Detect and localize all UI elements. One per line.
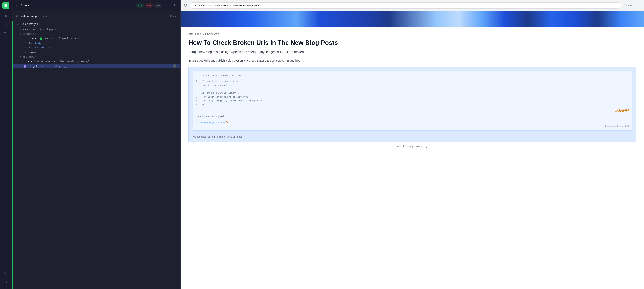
file-icon: ▣ <box>16 15 18 18</box>
image-caption: A broken image in my blog <box>188 145 636 148</box>
blog-image-container: We can check a single element's exact te… <box>188 67 636 142</box>
tb-line-num-2: 1 <box>28 65 31 67</box>
dropdown-button[interactable]: ▾ <box>163 3 169 9</box>
code-line-2[interactable]: 2 its .body <box>12 41 180 45</box>
code-content-1: GET 200 /blog/sitemap.xml <box>44 37 82 40</box>
result-count-badge: 4 <box>172 64 176 68</box>
test-body-line-2[interactable]: ⬤ 1 get .article-entry img 4 <box>12 64 180 68</box>
test-item[interactable]: ✓ checks each recent blog post <box>12 27 180 32</box>
blog-content: DEC 3 2024 · PRODUCTS How To Check Broke… <box>180 27 644 289</box>
broken-img-icon: ☐ <box>196 121 198 124</box>
browser-name-text: Electron 11 <box>628 4 641 7</box>
test-body-chevron: ▼ <box>20 56 22 58</box>
code-img-line-1: 1 // import cypress-map plugin <box>196 79 629 83</box>
dashboard-icon[interactable]: ⊞ <box>2 21 10 28</box>
url-text: http://localhost:4000/blog/check-urls-in… <box>193 4 260 7</box>
blog-meta: DEC 3 2024 · PRODUCTS <box>188 33 636 36</box>
code-img-line-2: 2 import 'cypress-map' <box>196 83 629 87</box>
svg-rect-2 <box>4 34 6 34</box>
url-bar[interactable]: http://localhost:4000/blog/check-urls-in… <box>190 2 621 9</box>
top-bar: Specs ✓ 1 ✕ -- ◌ -- ▾ ↺ <box>12 0 180 11</box>
line-num-3: 3 <box>23 46 26 49</box>
arrow-annotation: ↖ <box>226 120 228 124</box>
test-pass-icon: ✓ <box>20 28 22 31</box>
test-body-line-1[interactable]: 1 visit /check-urls-in-the-new-blog-post… <box>12 59 180 64</box>
line-num-4: 4 <box>23 51 26 54</box>
line-num-2: 2 <box>23 42 26 45</box>
code-img-line-7: 7 }) <box>196 103 629 107</box>
menu-icon[interactable]: ≡ <box>2 13 10 20</box>
analytics-icon[interactable] <box>2 268 10 276</box>
blog-dot: · <box>203 33 204 36</box>
ughhh-label: UGHHH <box>196 108 629 113</box>
main-panel: Specs ✓ 1 ✕ -- ◌ -- ▾ ↺ ▣ broken-images … <box>12 0 180 289</box>
blog-subtitle: Scrape new blog posts using Cypress and … <box>188 50 636 55</box>
svg-point-13 <box>625 5 626 6</box>
code-keyword-3: its <box>28 46 32 49</box>
code-line-4[interactable]: 4 invoke .slice() <box>12 50 180 54</box>
assertion-text: Here is the assertion passing <box>196 115 629 118</box>
test-icon[interactable] <box>2 30 10 37</box>
suite-header[interactable]: ▼ Broken images <box>12 21 180 27</box>
code-keyword-4: invoke <box>28 51 37 54</box>
tb-content-2: .article-entry img <box>39 65 66 68</box>
code-img-line-3: 3 <box>196 87 629 91</box>
tb-keyword-2: get <box>33 65 37 68</box>
before-all-label: BEFORE ALL <box>22 33 37 35</box>
tb-content-1: /check-urls-in-the-new-blog-posts/ <box>37 60 89 63</box>
running-count: -- <box>158 4 160 7</box>
settings-icon[interactable]: ⚙ <box>2 279 10 286</box>
code-method-4: .slice() <box>38 51 50 54</box>
test-controls: ✓ 1 ✕ -- ◌ -- ▾ ↺ <box>136 3 176 9</box>
broken-img-row: ☐ Checking single exact text ↖ <box>196 119 629 124</box>
svg-rect-1 <box>4 33 7 33</box>
image-section-title: We can check a single element's exact te… <box>196 74 629 77</box>
pass-checkmark: ✓ <box>138 4 140 7</box>
blog-image-inner: We can check a single element's exact te… <box>192 71 632 131</box>
caption-text: Checking single exact text <box>196 125 629 127</box>
second-section-title: We can check all items using an array of… <box>192 133 632 138</box>
blog-date: DEC 3 2024 <box>188 33 202 36</box>
blog-header-stripe <box>180 11 644 27</box>
refresh-button[interactable]: ↺ <box>170 3 176 9</box>
svg-rect-7 <box>16 5 18 5</box>
code-circle-1 <box>40 38 42 40</box>
blog-body: Imagine you write and publish a blog pos… <box>188 59 636 63</box>
pass-badge: ✓ 1 <box>136 3 144 8</box>
specs-icon <box>16 4 19 7</box>
file-basename: broken-images <box>20 15 39 18</box>
file-name-area: ▣ broken-images .cy.js <box>16 15 47 18</box>
suite-name: Broken images <box>20 22 38 26</box>
spinner-icon: ◌ <box>156 4 158 7</box>
code-keyword-2: its <box>28 42 32 45</box>
file-duration: 395ms <box>169 15 176 18</box>
code-img-line-4: 4 it('checks a single element', () => { <box>196 91 629 95</box>
test-tree: ▼ Broken images ✓ checks each recent blo… <box>12 21 180 289</box>
broken-img-text: Checking single exact text <box>200 121 225 124</box>
code-img-line-5: 5 cy.visit('cypress/prices-list.html') <box>196 95 629 99</box>
code-method-2: .body <box>34 42 41 45</box>
before-all-section[interactable]: ▼ BEFORE ALL <box>12 32 180 36</box>
browser-bar: http://localhost:4000/blog/check-urls-in… <box>180 0 644 11</box>
test-body-section[interactable]: ▼ TEST BODY <box>12 54 180 59</box>
code-line-3[interactable]: 3 its .urlset.url <box>12 45 180 50</box>
browser-settings-icon <box>624 4 627 8</box>
fail-x: ✕ <box>147 4 149 7</box>
suite-chevron-icon: ▼ <box>16 23 18 25</box>
fail-badge: ✕ -- <box>145 3 152 8</box>
test-name: checks each recent blog post <box>23 28 56 31</box>
code-method-3: .urlset.url <box>34 46 50 49</box>
globe-icon <box>184 3 187 8</box>
svg-rect-0 <box>4 32 6 33</box>
tb-line-num-1: 1 <box>23 60 26 63</box>
browser-name-area: Electron 11 <box>624 4 641 8</box>
code-line-1[interactable]: 1 request GET 200 /blog/sitemap.xml <box>12 36 180 41</box>
line-num-1: 1 <box>23 37 26 40</box>
fail-count: -- <box>150 4 151 7</box>
svg-rect-6 <box>16 4 17 4</box>
broken-img-placeholder: ☐ Checking single exact text <box>196 121 225 124</box>
code-img-line-6: 6 cy.get('li:eq(1)').should('read', 'Man… <box>196 99 629 103</box>
file-header: ▣ broken-images .cy.js 395ms <box>12 11 180 21</box>
browser-panel: http://localhost:4000/blog/check-urls-in… <box>180 0 644 289</box>
running-badge: ◌ -- <box>154 3 162 8</box>
